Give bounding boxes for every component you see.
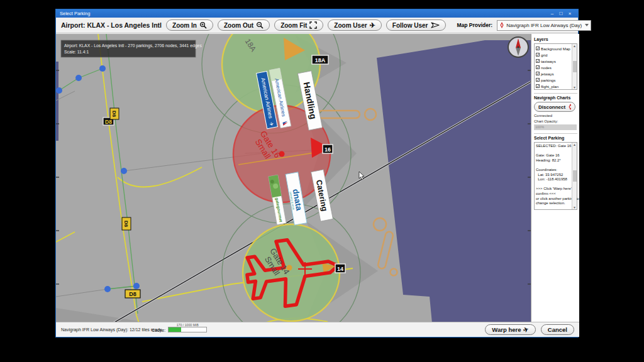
follow-user-label: Follow User xyxy=(392,22,428,29)
layers-title: Layers xyxy=(534,37,577,41)
zoom-out-button[interactable]: Zoom Out xyxy=(218,19,270,31)
map-provider-value: Navigraph IFR Low Airways (Day) xyxy=(506,23,582,28)
sign-18a: 18A xyxy=(312,55,328,64)
map-provider-label: Map Provider: xyxy=(457,22,493,28)
cancel-button[interactable]: Cancel xyxy=(541,324,574,335)
info-line: >>> Click 'Warp here' to xyxy=(536,187,571,192)
layer-background-map[interactable]: ✓Background Map xyxy=(536,45,571,52)
zoom-user-label: Zoom User xyxy=(334,22,367,29)
zoom-in-label: Zoom In xyxy=(172,22,197,29)
layer-taxiways[interactable]: ✓taxiways xyxy=(536,58,571,64)
info-line: change selection. xyxy=(536,201,571,206)
zoom-out-label: Zoom Out xyxy=(224,22,253,29)
checkbox-checked-icon[interactable]: ✓ xyxy=(536,59,540,63)
warp-here-label: Warp here xyxy=(492,326,521,333)
info-line xyxy=(536,149,571,154)
toolbar: Airport: KLAX - Los Angeles Intl Zoom In… xyxy=(56,18,578,33)
close-button[interactable]: × xyxy=(565,9,574,18)
sidebar: Layers ✓Background Map ✓grid ✓taxiways ✓… xyxy=(531,34,579,323)
scroll-up-icon[interactable]: ▲ xyxy=(573,143,576,146)
info-line: Heading: 82.2° xyxy=(536,158,571,163)
info-line: Gate: Gate 16 xyxy=(536,153,571,158)
scroll-up-icon[interactable]: ▲ xyxy=(573,44,576,48)
layer-jetways[interactable]: ✓jetways xyxy=(536,70,571,77)
layer-parkings[interactable]: ✓parkings xyxy=(536,77,571,83)
checkbox-checked-icon[interactable]: ✓ xyxy=(536,78,540,82)
chevron-down-icon xyxy=(585,24,589,26)
map-canvas[interactable]: 18A Gate 16 Small xyxy=(56,34,531,323)
info-line: SELECTED: Gate 16 xyxy=(536,144,571,149)
divider xyxy=(534,93,577,94)
scroll-down-icon[interactable]: ▼ xyxy=(573,206,576,209)
airport-map[interactable]: 18A Gate 16 Small xyxy=(56,34,531,323)
info-line: Lon: -118.401958 xyxy=(536,177,571,182)
svg-text:Scale: 11.4:1: Scale: 11.4:1 xyxy=(64,50,89,54)
zoom-fit-button[interactable]: Zoom Fit xyxy=(274,19,323,31)
info-line: or click another parking to xyxy=(536,197,571,202)
maximize-button[interactable]: □ xyxy=(557,9,565,18)
info-line xyxy=(536,163,571,168)
svg-text:D8: D8 xyxy=(129,291,136,297)
window-content: 18A Gate 16 Small xyxy=(56,34,579,323)
zoom-user-button[interactable]: Zoom User ✈ xyxy=(328,19,381,31)
window-title: Select Parking xyxy=(60,11,548,16)
compass-rose xyxy=(508,37,528,57)
checkbox-checked-icon[interactable]: ✓ xyxy=(536,47,540,50)
divider xyxy=(534,133,577,134)
screen: Select Parking – □ × Airport: KLAX - Los… xyxy=(0,0,644,362)
disconnect-label: Disconnect xyxy=(538,104,565,110)
warp-here-button[interactable]: Warp here ✈ xyxy=(485,324,536,335)
airport-info-overlay: Airport: KLAX - Los Angeles Intl - 270 p… xyxy=(61,40,202,57)
title-bar: Select Parking – □ × xyxy=(56,9,578,18)
sign-d8-direction-top: D8 xyxy=(110,108,119,119)
navigraph-icon xyxy=(568,104,571,110)
scroll-thumb[interactable] xyxy=(573,170,577,182)
zoom-in-button[interactable]: Zoom In xyxy=(166,19,213,31)
zoom-fit-label: Zoom Fit xyxy=(280,22,307,29)
airport-label: Airport: KLAX - Los Angeles Intl xyxy=(61,21,162,29)
minimize-button[interactable]: – xyxy=(548,9,557,18)
sign-16: 16 xyxy=(323,145,333,153)
info-scrollbar[interactable]: ▲▼ xyxy=(572,143,577,209)
info-line: Coordinates: xyxy=(536,168,571,173)
layers-listbox: ✓Background Map ✓grid ✓taxiways ✓nodes ✓… xyxy=(534,43,577,90)
info-line: Lat: 33.947252 xyxy=(536,173,571,178)
scroll-down-icon[interactable]: ▼ xyxy=(573,85,576,89)
cache-label: Cache: xyxy=(152,328,165,332)
airplane-icon: ✈ xyxy=(523,326,530,334)
layer-grid[interactable]: ✓grid xyxy=(536,52,571,58)
svg-text:14: 14 xyxy=(337,266,343,272)
tiles-ready-text: Navigraph IFR Low Airways (Day): 12/12 t… xyxy=(61,327,162,332)
layers-scrollbar[interactable]: ▲▼ xyxy=(572,44,577,89)
magnifier-minus-icon xyxy=(256,21,264,29)
info-line xyxy=(536,182,571,187)
disconnect-button[interactable]: Disconnect xyxy=(534,102,575,112)
checkbox-checked-icon[interactable]: ✓ xyxy=(536,53,540,57)
checkbox-checked-icon[interactable]: ✓ xyxy=(536,65,540,69)
building-sliver xyxy=(56,62,58,141)
connection-status: Connected xyxy=(534,114,577,118)
cancel-label: Cancel xyxy=(548,326,567,333)
follow-user-button[interactable]: Follow User xyxy=(386,19,446,31)
scroll-thumb[interactable] xyxy=(573,61,577,72)
checkbox-checked-icon[interactable]: ✓ xyxy=(536,72,540,75)
checkbox-checked-icon[interactable]: ✓ xyxy=(536,84,540,88)
info-line: confirm <<< xyxy=(536,192,571,197)
layer-flight-plan[interactable]: ✓flight_plan xyxy=(536,83,571,89)
dart-arrow-icon xyxy=(431,22,440,28)
svg-text:16: 16 xyxy=(325,146,331,153)
layer-nodes[interactable]: ✓nodes xyxy=(536,64,571,70)
selection-infobox: SELECTED: Gate 16 Gate: Gate 16 Heading:… xyxy=(534,142,577,210)
magnifier-plus-icon xyxy=(199,21,207,29)
chart-opacity-value: 100% xyxy=(535,125,544,129)
chart-opacity-slider[interactable]: 100% xyxy=(534,124,577,130)
expand-arrows-icon xyxy=(309,21,317,29)
select-parking-window: Select Parking – □ × Airport: KLAX - Los… xyxy=(55,9,579,337)
airplane-icon: ✈ xyxy=(370,22,375,29)
sign-d8-bottom: D8 xyxy=(125,290,140,298)
svg-text:D8: D8 xyxy=(123,221,129,228)
svg-text:D8: D8 xyxy=(111,111,117,118)
cache-group: Cache: 170 / 1000 MiB xyxy=(152,323,207,332)
chart-opacity-label: Chart Opacity: xyxy=(534,119,577,123)
map-provider-dropdown[interactable]: Navigraph IFR Low Airways (Day) xyxy=(497,20,591,31)
